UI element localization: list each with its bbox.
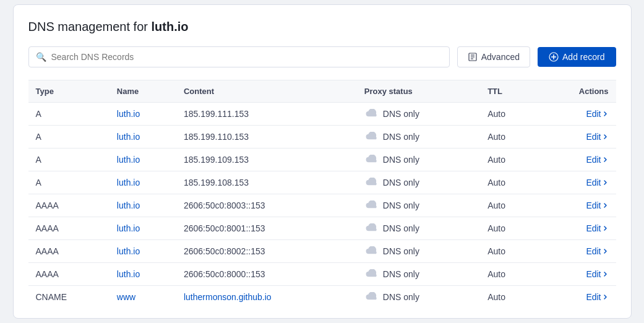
cell-proxy-status: DNS only	[357, 103, 480, 126]
cell-name: www	[109, 286, 176, 309]
cloud-dns-icon	[364, 109, 379, 119]
cell-content: 185.199.109.153	[176, 149, 357, 171]
cell-type: A	[28, 171, 109, 194]
col-type: Type	[28, 80, 109, 103]
proxy-status-label: DNS only	[383, 269, 419, 279]
cell-ttl: Auto	[480, 149, 538, 171]
cloud-dns-icon	[364, 269, 379, 279]
table-body: Aluth.io185.199.111.153 DNS only Auto Ed…	[28, 103, 616, 309]
table-row: Aluth.io185.199.111.153 DNS only Auto Ed…	[28, 103, 616, 126]
table-row: AAAAluth.io2606:50c0:8002::153 DNS only …	[28, 240, 616, 263]
proxy-status-label: DNS only	[383, 132, 419, 142]
edit-button[interactable]: Edit	[545, 155, 608, 165]
cell-content: 2606:50c0:8000::153	[176, 263, 357, 286]
chevron-right-icon	[603, 134, 609, 140]
chevron-right-icon	[603, 271, 609, 277]
chevron-right-icon	[603, 294, 609, 300]
edit-button[interactable]: Edit	[545, 178, 608, 187]
cell-type: A	[28, 126, 109, 149]
chevron-right-icon	[603, 248, 609, 254]
toolbar: 🔍 Advanced Add record	[28, 46, 616, 67]
dns-management-card: DNS management for luth.io 🔍 Advanced Ad…	[13, 4, 632, 319]
table-row: AAAAluth.io2606:50c0:8001::153 DNS only …	[28, 217, 616, 240]
chevron-right-icon	[603, 157, 609, 163]
cell-ttl: Auto	[480, 171, 538, 194]
cell-content: 185.199.110.153	[176, 126, 357, 149]
proxy-status-label: DNS only	[383, 109, 419, 119]
proxy-status-label: DNS only	[383, 246, 419, 256]
chevron-right-icon	[603, 179, 609, 186]
cell-content: 2606:50c0:8003::153	[176, 194, 357, 217]
col-actions: Actions	[538, 80, 616, 103]
cell-actions: Edit	[538, 240, 616, 263]
edit-button[interactable]: Edit	[545, 269, 608, 279]
cell-content: luthermonson.github.io	[176, 286, 357, 309]
advanced-icon	[468, 52, 478, 62]
cell-content: 2606:50c0:8001::153	[176, 217, 357, 240]
edit-button[interactable]: Edit	[545, 200, 608, 210]
table-row: Aluth.io185.199.110.153 DNS only Auto Ed…	[28, 126, 616, 149]
plus-icon	[549, 52, 559, 62]
page-title: DNS management for luth.io	[28, 20, 616, 34]
cell-actions: Edit	[538, 126, 616, 149]
cell-name: luth.io	[109, 263, 176, 286]
table-row: Aluth.io185.199.109.153 DNS only Auto Ed…	[28, 149, 616, 171]
cell-type: AAAA	[28, 263, 109, 286]
cell-actions: Edit	[538, 171, 616, 194]
cell-type: A	[28, 103, 109, 126]
cell-proxy-status: DNS only	[357, 263, 480, 286]
col-ttl: TTL	[480, 80, 538, 103]
edit-button[interactable]: Edit	[545, 292, 608, 302]
cell-type: AAAA	[28, 240, 109, 263]
edit-button[interactable]: Edit	[545, 223, 608, 233]
edit-button[interactable]: Edit	[545, 246, 608, 256]
table-row: Aluth.io185.199.108.153 DNS only Auto Ed…	[28, 171, 616, 194]
proxy-status-label: DNS only	[383, 178, 419, 187]
table-row: CNAMEwwwluthermonson.github.io DNS only …	[28, 286, 616, 309]
search-input[interactable]	[28, 46, 450, 67]
col-name: Name	[109, 80, 176, 103]
cell-ttl: Auto	[480, 217, 538, 240]
proxy-status-label: DNS only	[383, 223, 419, 233]
cloud-dns-icon	[364, 132, 379, 142]
search-wrapper: 🔍	[28, 46, 450, 67]
cell-ttl: Auto	[480, 240, 538, 263]
cell-actions: Edit	[538, 286, 616, 309]
cell-name: luth.io	[109, 103, 176, 126]
cell-actions: Edit	[538, 217, 616, 240]
edit-button[interactable]: Edit	[545, 132, 608, 142]
table-header: Type Name Content Proxy status TTL Actio…	[28, 80, 616, 103]
cell-proxy-status: DNS only	[357, 217, 480, 240]
cloud-dns-icon	[364, 223, 379, 233]
cell-proxy-status: DNS only	[357, 286, 480, 309]
cloud-dns-icon	[364, 292, 379, 302]
cell-name: luth.io	[109, 126, 176, 149]
edit-button[interactable]: Edit	[545, 109, 608, 119]
col-proxy-status: Proxy status	[357, 80, 480, 103]
cell-name: luth.io	[109, 149, 176, 171]
cell-actions: Edit	[538, 194, 616, 217]
cell-actions: Edit	[538, 263, 616, 286]
chevron-right-icon	[603, 111, 609, 117]
table-row: AAAAluth.io2606:50c0:8003::153 DNS only …	[28, 194, 616, 217]
chevron-right-icon	[603, 202, 609, 209]
advanced-button[interactable]: Advanced	[457, 46, 530, 67]
cell-proxy-status: DNS only	[357, 171, 480, 194]
cell-content: 185.199.108.153	[176, 171, 357, 194]
cell-ttl: Auto	[480, 126, 538, 149]
cell-name: luth.io	[109, 194, 176, 217]
proxy-status-label: DNS only	[383, 155, 419, 165]
cell-proxy-status: DNS only	[357, 149, 480, 171]
cell-name: luth.io	[109, 217, 176, 240]
col-content: Content	[176, 80, 357, 103]
add-record-button[interactable]: Add record	[538, 47, 616, 67]
cell-proxy-status: DNS only	[357, 194, 480, 217]
cell-content: 2606:50c0:8002::153	[176, 240, 357, 263]
cell-proxy-status: DNS only	[357, 240, 480, 263]
cloud-dns-icon	[364, 246, 379, 256]
cell-proxy-status: DNS only	[357, 126, 480, 149]
chevron-right-icon	[603, 225, 609, 231]
proxy-status-label: DNS only	[383, 292, 419, 302]
cell-ttl: Auto	[480, 194, 538, 217]
cell-type: CNAME	[28, 286, 109, 309]
